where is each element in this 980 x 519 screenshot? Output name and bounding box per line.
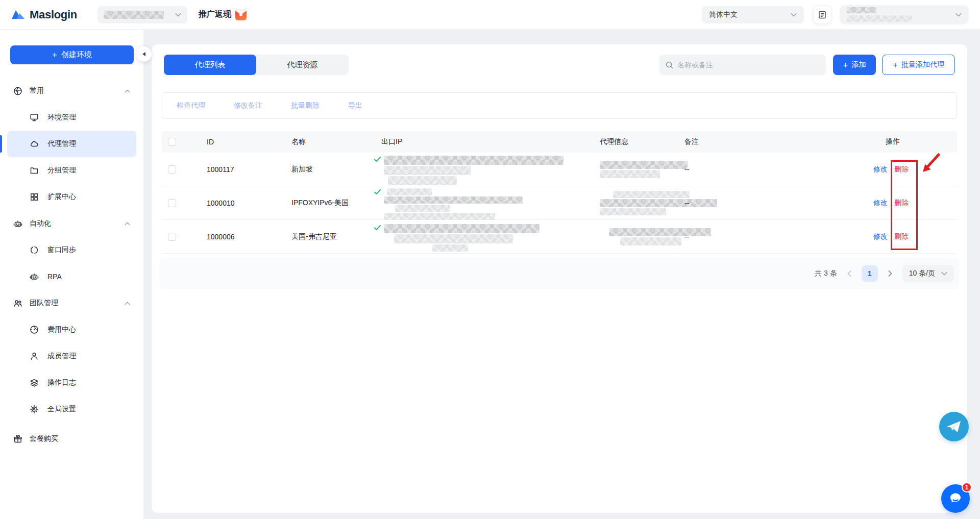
chevron-up-icon (125, 89, 130, 93)
item-label: 扩展中心 (47, 192, 76, 202)
row-id: 1000010 (194, 199, 279, 207)
item-label: 窗口同步 (47, 245, 76, 255)
next-page-button[interactable] (886, 268, 894, 279)
tab-proxy-resource[interactable]: 代理资源 (256, 55, 349, 75)
sidebar-item-rpa[interactable]: RPA (7, 263, 136, 290)
sidebar-item-plan-purchase[interactable]: 套餐购买 (7, 426, 136, 452)
chat-fab[interactable]: 1 (941, 484, 970, 513)
sidebar-section-common[interactable]: 常用 (7, 78, 136, 104)
sidebar-item-window-sync[interactable]: 窗口同步 (7, 237, 136, 263)
delete-link[interactable]: 删除 (894, 232, 909, 241)
folder-icon (30, 166, 39, 175)
row-checkbox[interactable] (168, 233, 176, 241)
app-root: { "app": { "brand": "Maslogin" }, "heade… (0, 0, 980, 519)
sidebar-item-proxy-manage[interactable]: 代理管理 (7, 131, 136, 157)
delete-link[interactable]: 删除 (894, 165, 909, 174)
plus-icon: + (893, 61, 898, 69)
row-check-cell (162, 233, 194, 241)
meter-icon (30, 325, 39, 334)
add-button[interactable]: + 添加 (833, 55, 876, 75)
main-layout: + 创建环境 常用 环境管理 (0, 29, 980, 519)
sync-icon (30, 245, 39, 255)
account-menu[interactable] (840, 5, 969, 24)
sidebar-item-operation-log[interactable]: 操作日志 (7, 369, 136, 396)
layers-icon (30, 378, 39, 387)
telegram-fab[interactable] (939, 412, 969, 441)
language-selector[interactable]: 简体中文 (702, 6, 804, 23)
edit-link[interactable]: 修改 (873, 232, 888, 241)
proxy-tabs: 代理列表 代理资源 (164, 55, 349, 75)
edit-link[interactable]: 修改 (873, 165, 888, 174)
language-label: 简体中文 (709, 10, 738, 19)
page-1-button[interactable]: 1 (862, 265, 878, 282)
card-header: 代理列表 代理资源 + 添加 + 批量添加代理 (152, 55, 967, 75)
app-header: Maslogin 推广返现 简体中文 (0, 0, 980, 29)
sidebar-item-member-manage[interactable]: 成员管理 (7, 343, 136, 369)
section-label: 自动化 (30, 219, 51, 228)
brand-logo: Maslogin (11, 8, 77, 21)
globe-icon (13, 86, 22, 96)
section-label: 团队管理 (30, 299, 58, 308)
edit-link[interactable]: 修改 (873, 199, 888, 208)
sidebar-item-extension-center[interactable]: 扩展中心 (7, 184, 136, 210)
col-exit-ip: 出口IP (369, 137, 592, 146)
page-size-label: 10 条/页 (909, 269, 935, 278)
sidebar-item-env-manage[interactable]: 环境管理 (7, 104, 136, 131)
batch-toolbar: 检查代理 修改备注 批量删除 导出 (162, 92, 957, 119)
col-note: 备注 (675, 137, 787, 146)
row-actions: 修改 删除 (787, 199, 957, 208)
prev-page-button[interactable] (845, 268, 853, 279)
col-id: ID (194, 138, 279, 146)
row-proxy-info (592, 161, 675, 178)
search-icon (666, 61, 673, 69)
main-content: 代理列表 代理资源 + 添加 + 批量添加代理 检查代理 修改备 (144, 29, 980, 519)
col-proxy-info: 代理信息 (592, 137, 675, 146)
workspace-selector[interactable] (97, 6, 187, 23)
row-note: -- (675, 165, 787, 174)
bulk-add-proxy-button[interactable]: + 批量添加代理 (882, 55, 955, 75)
proxy-table: ID 名称 出口IP 代理信息 备注 操作 1000117 新加坡 (162, 131, 957, 254)
grid-icon (30, 192, 39, 202)
check-proxy-link[interactable]: 检查代理 (177, 101, 205, 110)
proxy-info-redacted (600, 228, 675, 245)
page-size-select[interactable]: 10 条/页 (902, 265, 954, 282)
check-success-icon (374, 189, 381, 195)
chat-badge: 1 (962, 482, 972, 492)
row-actions: 修改 删除 (787, 165, 957, 174)
sidebar-item-group-manage[interactable]: 分组管理 (7, 157, 136, 184)
row-checkbox[interactable] (168, 199, 176, 207)
row-name: IPFOXYIPv6-美国 (279, 199, 369, 208)
search-input[interactable] (677, 61, 820, 69)
bulk-add-label: 批量添加代理 (901, 60, 944, 69)
row-checkbox[interactable] (168, 165, 176, 174)
select-all-checkbox[interactable] (168, 138, 176, 146)
proxy-info-redacted (600, 161, 675, 178)
sidebar-section-team[interactable]: 团队管理 (7, 290, 136, 316)
promo-label: 推广返现 (199, 9, 231, 20)
item-label: 操作日志 (47, 378, 76, 387)
sidebar-collapse-button[interactable] (136, 46, 152, 62)
bulk-delete-link[interactable]: 批量删除 (291, 101, 320, 110)
item-label: 套餐购买 (30, 434, 58, 443)
pagination: 共 3 条 1 10 条/页 (160, 258, 959, 289)
docs-button[interactable] (813, 6, 831, 24)
chevron-right-icon (888, 270, 892, 277)
create-env-button[interactable]: + 创建环境 (10, 45, 134, 64)
export-link[interactable]: 导出 (348, 101, 362, 110)
person-icon (30, 352, 39, 361)
robot-icon (13, 219, 22, 229)
tab-proxy-list[interactable]: 代理列表 (164, 55, 256, 75)
sidebar-section-automation[interactable]: 自动化 (7, 210, 136, 237)
item-label: 全局设置 (47, 405, 76, 414)
promo-link[interactable]: 推广返现 (199, 9, 247, 20)
chat-bubble-icon (948, 491, 963, 506)
edit-note-link[interactable]: 修改备注 (234, 101, 262, 110)
sidebar-nav: 常用 环境管理 代理管理 分组管理 (0, 78, 143, 452)
chevron-down-icon (175, 13, 181, 17)
monitor-icon (30, 113, 39, 122)
sidebar-item-billing-center[interactable]: 费用中心 (7, 316, 136, 343)
delete-link[interactable]: 删除 (894, 199, 909, 208)
exit-ip-redacted (384, 188, 523, 220)
table-body: 1000117 新加坡 -- (162, 153, 957, 254)
sidebar-item-global-settings[interactable]: 全局设置 (7, 396, 136, 423)
